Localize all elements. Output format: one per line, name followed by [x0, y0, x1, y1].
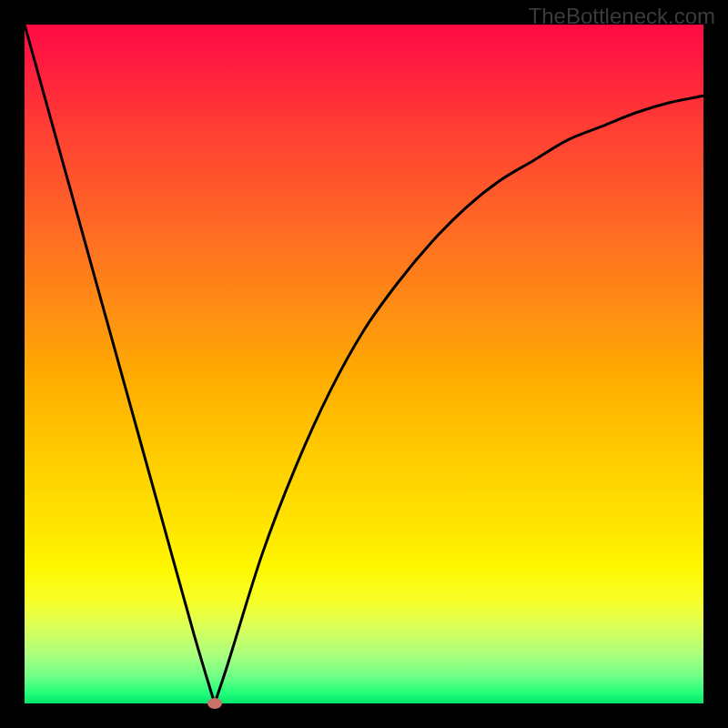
chart-container: TheBottleneck.com	[0, 0, 728, 728]
plot-area	[25, 25, 703, 703]
minimum-marker	[207, 698, 222, 709]
bottleneck-curve	[25, 25, 703, 703]
watermark-text: TheBottleneck.com	[529, 4, 715, 29]
